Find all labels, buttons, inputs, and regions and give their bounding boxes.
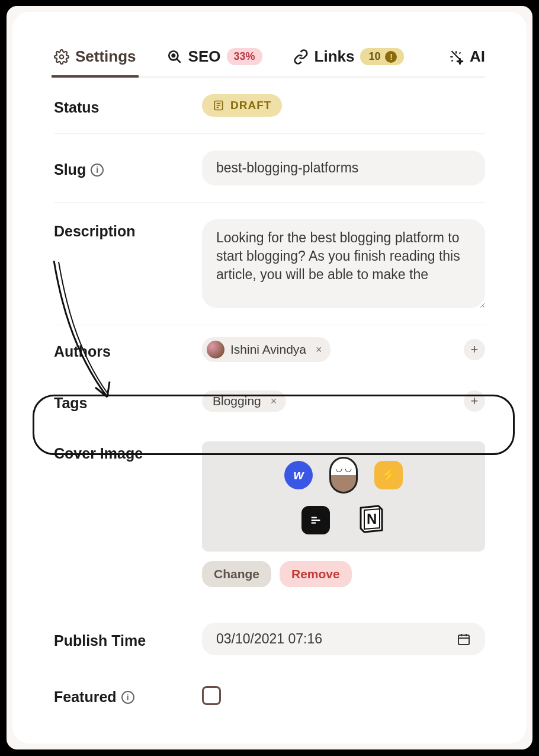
slug-row: Slug i	[54, 134, 485, 203]
featured-label: Featured i	[54, 685, 202, 706]
remove-author-icon[interactable]: ×	[312, 344, 326, 356]
info-icon[interactable]: i	[91, 164, 104, 177]
bolt-icon: ⚡	[374, 461, 403, 489]
search-icon	[167, 49, 182, 65]
pill-icon: ◡ ◡	[329, 457, 358, 494]
tags-label: Tags	[54, 390, 202, 412]
tab-ai[interactable]: AI	[448, 47, 485, 66]
tab-links-label: Links	[315, 47, 355, 66]
alert-icon: !	[385, 51, 397, 63]
status-badge[interactable]: DRAFT	[202, 94, 282, 117]
menu-icon	[301, 506, 330, 534]
links-count: 10	[368, 50, 380, 63]
svg-line-2	[177, 59, 181, 63]
tab-seo[interactable]: SEO 33%	[167, 47, 262, 66]
sparkle-icon	[448, 49, 464, 65]
info-icon[interactable]: i	[121, 691, 134, 704]
add-author-button[interactable]: +	[464, 339, 485, 360]
cover-image-preview[interactable]: w ◡ ◡ ⚡ N	[202, 441, 485, 552]
tag-chip[interactable]: Blogging ×	[202, 390, 286, 412]
tab-links[interactable]: Links 10 !	[293, 47, 405, 66]
tags-row: Tags Blogging × +	[54, 374, 485, 435]
publish-time-input[interactable]: 03/10/2021 07:16	[202, 623, 485, 655]
authors-row: Authors Ishini Avindya × +	[54, 325, 485, 374]
webflow-icon: w	[284, 461, 313, 489]
avatar	[207, 341, 224, 358]
svg-point-0	[60, 55, 64, 59]
featured-checkbox[interactable]	[202, 686, 221, 705]
publish-row: Publish Time 03/10/2021 07:16	[54, 604, 485, 667]
author-chip[interactable]: Ishini Avindya ×	[202, 337, 331, 362]
remove-tag-icon[interactable]: ×	[267, 395, 281, 408]
status-label: Status	[54, 94, 202, 117]
remove-cover-button[interactable]: Remove	[280, 561, 352, 587]
add-tag-button[interactable]: +	[464, 390, 485, 412]
tab-seo-label: SEO	[188, 47, 221, 66]
description-textarea[interactable]	[202, 219, 485, 308]
settings-panel: Settings SEO 33% Links 10 ! AI Status DR…	[12, 12, 527, 744]
publish-label: Publish Time	[54, 623, 202, 655]
link-icon	[293, 49, 309, 65]
status-row: Status DRAFT	[54, 78, 485, 134]
tab-ai-label: AI	[470, 47, 485, 66]
description-row: Description	[54, 203, 485, 325]
publish-value: 03/10/2021 07:16	[216, 631, 322, 647]
tab-bar: Settings SEO 33% Links 10 ! AI	[54, 47, 485, 78]
description-label: Description	[54, 219, 202, 308]
seo-score-badge: 33%	[227, 48, 262, 65]
svg-text:N: N	[367, 511, 377, 527]
viewport-frame: Settings SEO 33% Links 10 ! AI Status DR…	[7, 6, 532, 749]
svg-rect-12	[458, 635, 469, 645]
document-icon	[213, 100, 224, 111]
links-count-badge: 10 !	[360, 48, 404, 65]
slug-label: Slug i	[54, 150, 202, 185]
cover-row: Cover Image w ◡ ◡ ⚡ N Change	[54, 435, 485, 604]
status-value: DRAFT	[230, 99, 271, 112]
cover-label: Cover Image	[54, 441, 202, 587]
tag-name: Blogging	[213, 394, 261, 408]
featured-label-text: Featured	[54, 688, 117, 706]
authors-label: Authors	[54, 337, 202, 362]
change-cover-button[interactable]: Change	[202, 561, 271, 587]
gear-icon	[54, 49, 69, 65]
tab-settings-label: Settings	[75, 47, 136, 66]
tab-settings[interactable]: Settings	[54, 47, 136, 66]
calendar-icon	[457, 632, 471, 646]
slug-input[interactable]	[202, 150, 485, 185]
notion-icon: N	[356, 504, 386, 536]
author-name: Ishini Avindya	[230, 342, 306, 357]
featured-row: Featured i	[54, 667, 485, 723]
svg-point-3	[172, 54, 174, 56]
slug-label-text: Slug	[54, 161, 86, 178]
